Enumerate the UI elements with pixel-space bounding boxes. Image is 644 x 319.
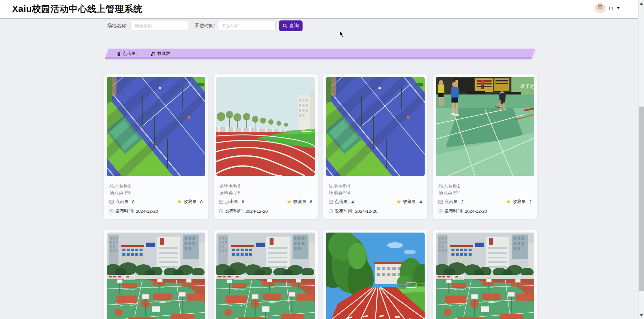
clicks-label: 点击量:	[225, 199, 239, 205]
venue-name: 场地名称4	[329, 183, 422, 189]
avatar[interactable]	[595, 3, 605, 13]
venue-card[interactable]	[323, 230, 427, 319]
venue-name: 场地名称2	[438, 183, 532, 189]
clicks-stat: 点击量: 4	[329, 199, 354, 205]
clicks-label: 点击量:	[444, 199, 459, 205]
venue-name: 场地名称8	[109, 183, 203, 189]
clicks-stat: 点击量: 6	[219, 199, 244, 205]
favorites-value: 6	[310, 199, 312, 204]
venue-card[interactable]: 场地名称8 场地类型8 点击量: 8 收藏量:	[104, 74, 208, 219]
bar-chart-icon	[151, 52, 156, 56]
banner-favorites-label: 收藏数	[157, 51, 170, 57]
publish-date: 2024-12-20	[465, 209, 487, 214]
venue-name: 场地名称6	[219, 183, 312, 189]
clicks-value: 4	[352, 199, 354, 204]
username[interactable]: 11	[608, 5, 613, 11]
chevron-down-icon[interactable]	[616, 7, 620, 9]
banner-favorites: 收藏数	[151, 51, 170, 57]
favorites-label: 收藏量:	[293, 199, 308, 205]
venue-type: 场地类型6	[219, 189, 312, 196]
publish-label: 发布时间:	[335, 208, 354, 214]
venue-type: 场地类型4	[329, 189, 422, 196]
venue-image-badminton-hall[interactable]	[436, 77, 534, 176]
venue-image-running-track-curve[interactable]	[216, 77, 315, 176]
banner-clicks-label: 点击量:	[123, 51, 137, 57]
scroll-up-arrow-icon[interactable]	[640, 2, 643, 5]
favorites-stat: 收藏量: 4	[396, 199, 422, 205]
venue-card[interactable]: 场地名称4 场地类型4 点击量: 4 收藏量:	[323, 74, 427, 219]
venue-name-label: 场地名称:	[107, 23, 127, 29]
avatar-image	[595, 3, 605, 13]
venue-type: 场地类型8	[109, 189, 203, 196]
browser-window-icon	[219, 200, 223, 204]
publish-label: 发布时间:	[115, 208, 134, 214]
favorites-value: 8	[200, 199, 203, 204]
favorites-stat: 收藏量: 2	[506, 199, 532, 205]
scroll-down-arrow-icon[interactable]	[640, 314, 643, 317]
clicks-value: 6	[242, 199, 244, 204]
star-icon	[506, 199, 511, 204]
browser-window-icon	[438, 200, 443, 204]
star-icon	[287, 199, 291, 204]
favorites-value: 4	[420, 199, 422, 204]
query-button[interactable]: 查询	[279, 20, 303, 31]
page-title: Xaiu校园活动中心线上管理系统	[12, 3, 143, 15]
search-toolbar: 场地名称: 开放时间: 查询	[0, 19, 638, 33]
favorites-value: 2	[529, 199, 532, 204]
venue-image-running-track-straight[interactable]	[326, 233, 425, 319]
clock-icon	[219, 209, 223, 213]
query-button-label: 查询	[289, 23, 299, 29]
browser-window-icon	[109, 200, 114, 204]
search-icon	[283, 23, 287, 28]
venue-card[interactable]: 场地名称2 场地类型2 点击量: 2 收藏量:	[433, 74, 537, 219]
publish-row: 发布时间: 2024-12-20	[329, 208, 422, 214]
bar-chart-icon	[117, 52, 121, 56]
venue-card[interactable]: 场地名称6 场地类型6 点击量: 6 收藏量:	[214, 74, 318, 219]
publish-row: 发布时间: 2024-12-20	[219, 208, 312, 214]
clock-icon	[329, 209, 333, 213]
publish-label: 发布时间:	[225, 208, 244, 214]
publish-date: 2024-12-20	[246, 209, 268, 214]
star-icon	[177, 199, 182, 204]
favorites-label: 收藏量:	[403, 199, 417, 205]
user-menu[interactable]: 11	[595, 3, 620, 13]
venue-image-basketball-courts[interactable]	[436, 233, 534, 319]
clock-icon	[109, 209, 114, 213]
venue-type: 场地类型2	[438, 189, 532, 196]
venue-name-input[interactable]	[130, 21, 188, 31]
venue-image-basketball-courts[interactable]	[107, 233, 205, 319]
publish-row: 发布时间: 2024-12-20	[438, 208, 532, 214]
venue-card[interactable]	[433, 230, 537, 319]
favorites-stat: 收藏量: 6	[287, 199, 312, 205]
open-time-label: 开放时间:	[195, 23, 215, 29]
clicks-stat: 点击量: 8	[109, 199, 135, 205]
stats-banner: 点击量: 收藏数	[105, 49, 535, 59]
clock-icon	[438, 209, 443, 213]
venue-card[interactable]	[214, 230, 318, 319]
publish-date: 2024-12-20	[355, 209, 378, 214]
venue-image-basketball-courts[interactable]	[216, 233, 315, 319]
vertical-scrollbar[interactable]	[638, 0, 644, 319]
scrollbar-thumb[interactable]	[639, 107, 644, 291]
publish-date: 2024-12-20	[136, 209, 158, 214]
favorites-label: 收藏量:	[513, 199, 527, 205]
open-time-input[interactable]	[218, 21, 276, 31]
star-icon	[396, 199, 401, 204]
clicks-stat: 点击量: 2	[438, 199, 464, 205]
favorites-stat: 收藏量: 8	[177, 199, 203, 205]
venue-image-tennis-courts-aerial[interactable]	[107, 77, 205, 176]
publish-label: 发布时间:	[444, 208, 463, 214]
app-header: Xaiu校园活动中心线上管理系统 11	[0, 0, 638, 18]
venue-card[interactable]	[104, 230, 208, 319]
favorites-label: 收藏量:	[183, 199, 198, 205]
banner-clicks: 点击量:	[117, 51, 137, 57]
clicks-value: 8	[132, 199, 135, 204]
publish-row: 发布时间: 2024-12-20	[109, 208, 203, 214]
clicks-value: 2	[461, 199, 464, 204]
clicks-label: 点击量:	[115, 199, 130, 205]
venue-card-grid: 场地名称8 场地类型8 点击量: 8 收藏量:	[104, 74, 537, 319]
clicks-label: 点击量:	[335, 199, 349, 205]
browser-window-icon	[329, 200, 333, 204]
venue-image-tennis-courts-aerial[interactable]	[326, 77, 425, 176]
